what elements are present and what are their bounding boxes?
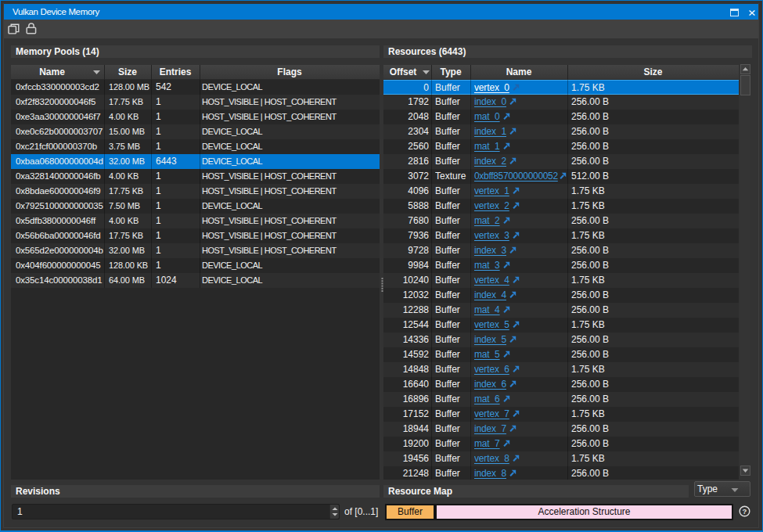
svg-text:?: ? [743, 507, 747, 516]
